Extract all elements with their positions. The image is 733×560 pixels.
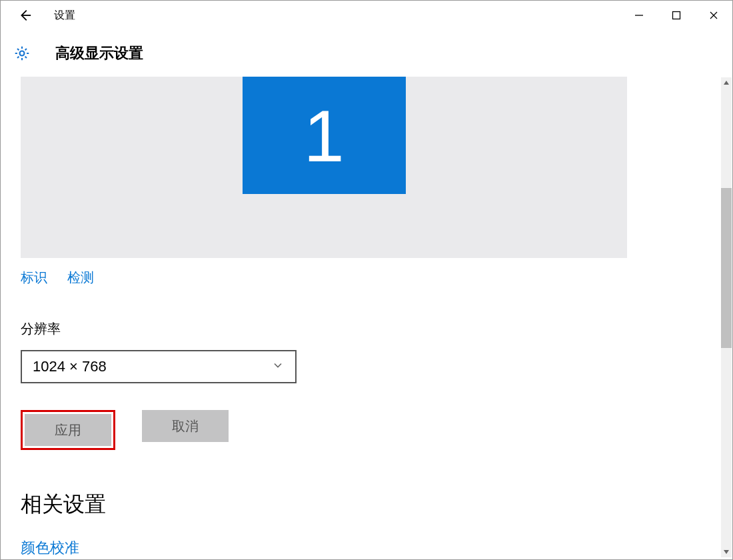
cancel-button[interactable]: 取消 [142, 410, 229, 442]
color-calibration-link[interactable]: 颜色校准 [21, 538, 712, 558]
page-header: 高级显示设置 [1, 30, 732, 77]
scroll-track[interactable] [721, 88, 732, 547]
scroll-up-arrow-icon[interactable] [721, 77, 732, 88]
chevron-down-icon [271, 359, 285, 375]
monitor-tile-1[interactable]: 1 [243, 77, 406, 194]
resolution-select[interactable]: 1024 × 768 [21, 350, 297, 383]
resolution-label: 分辨率 [21, 320, 712, 338]
page-title: 高级显示设置 [55, 43, 143, 63]
svg-rect-1 [673, 12, 680, 19]
scroll-thumb[interactable] [721, 188, 732, 348]
titlebar: 设置 [1, 1, 732, 30]
resolution-value: 1024 × 768 [33, 358, 271, 375]
gear-icon [13, 44, 31, 63]
svg-point-4 [20, 51, 25, 56]
back-button[interactable] [14, 5, 35, 26]
window-title: 设置 [54, 9, 75, 23]
apply-highlight-annotation: 应用 [21, 410, 115, 450]
minimize-button[interactable] [620, 1, 658, 30]
detect-link[interactable]: 检测 [67, 269, 94, 287]
content-area: 1 标识 检测 分辨率 1024 × 768 应用 取消 相关设置 颜色校准 [1, 77, 732, 559]
display-preview-area: 1 [21, 77, 627, 258]
close-button[interactable] [695, 1, 732, 30]
related-settings-heading: 相关设置 [21, 490, 712, 519]
identify-link[interactable]: 标识 [21, 269, 47, 287]
vertical-scrollbar[interactable] [721, 77, 732, 557]
apply-button[interactable]: 应用 [25, 414, 111, 446]
maximize-button[interactable] [658, 1, 695, 30]
scroll-down-arrow-icon[interactable] [721, 547, 732, 557]
